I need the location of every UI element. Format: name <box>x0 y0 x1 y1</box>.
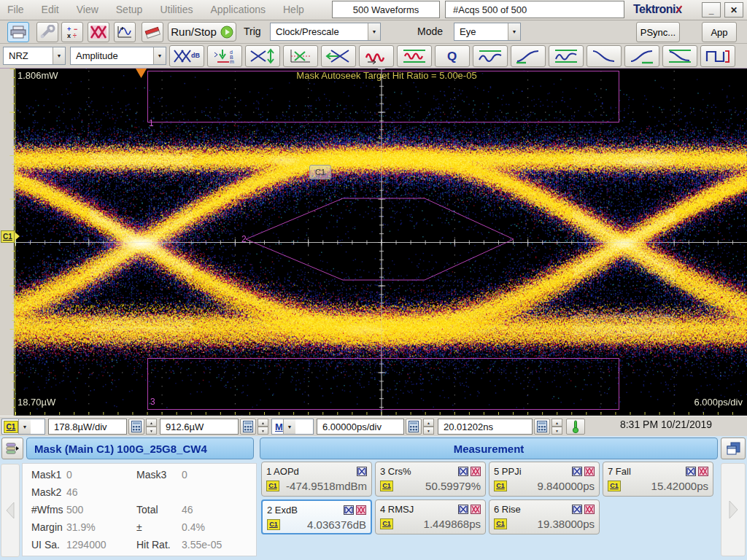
measure-category-dropdown[interactable]: Amplitude ▼ <box>70 47 166 65</box>
level-high-icon <box>477 48 503 64</box>
measurement-cell-fall[interactable]: 7 Fall C1 15.42000ps <box>603 462 713 497</box>
psync-button[interactable]: PSync... <box>636 22 680 42</box>
print-button[interactable] <box>7 22 29 42</box>
wrench-icon <box>39 25 55 39</box>
jitter-pp-button[interactable] <box>359 45 394 67</box>
source-badge: C1 <box>380 518 393 529</box>
source-badge: C1 <box>608 481 621 491</box>
readout-dock-button[interactable] <box>1 438 23 459</box>
jitter-rms-button[interactable] <box>397 45 432 67</box>
eye-diagram-canvas[interactable] <box>0 69 747 416</box>
mask-stat-icon <box>584 467 595 476</box>
spin-down-icon[interactable]: ▼ <box>258 427 268 435</box>
trigger-source-dropdown[interactable]: Clock/Prescale ▼ <box>270 23 381 41</box>
run-stop-button[interactable]: Run/Stop <box>168 22 236 42</box>
q-factor-button[interactable]: Q <box>435 45 470 67</box>
fall-time-icon <box>591 48 617 64</box>
waveform-count-readout: 500 Waveforms <box>332 1 440 18</box>
extinction-ratio-db-button[interactable]: dB <box>169 45 204 67</box>
measurement-cell-exdb[interactable]: 2 ExdB C1 4.036376dB <box>261 499 372 534</box>
pulse-width-button[interactable] <box>700 45 735 67</box>
menu-setup[interactable]: Setup <box>116 0 143 19</box>
spin-up-icon[interactable]: ▲ <box>258 419 268 427</box>
rise-time-button[interactable] <box>511 45 546 67</box>
calculator-icon <box>243 421 253 432</box>
measurement-cell-crs[interactable]: 3 Crs% C1 50.59979% <box>375 462 486 497</box>
temperature-button[interactable] <box>566 419 585 435</box>
spin-down-icon[interactable]: ▼ <box>146 427 157 435</box>
horizontal-position-field[interactable]: 20.01202ns <box>438 419 533 435</box>
spin-down-icon[interactable]: ▼ <box>551 427 562 435</box>
close-button[interactable]: ✕ <box>724 2 743 18</box>
marker-arrow-icon <box>15 232 20 241</box>
measurement-cell-rmsj[interactable]: 4 RMSJ C1 1.449868ps <box>375 499 486 534</box>
menu-edit[interactable]: Edit <box>42 0 59 19</box>
menu-file[interactable]: File <box>7 0 24 19</box>
spin-down-icon[interactable]: ▼ <box>423 427 434 435</box>
horizontal-scale-field[interactable]: 6.00000ps/div <box>317 419 404 435</box>
setup-button[interactable] <box>36 22 58 42</box>
svg-text:Q: Q <box>447 50 457 63</box>
erase-button[interactable] <box>142 22 163 42</box>
horizontal-scale-keypad-button[interactable] <box>406 419 422 435</box>
signal-type-dropdown[interactable]: NRZ ▼ <box>3 47 66 65</box>
spin-up-icon[interactable]: ▲ <box>423 419 434 427</box>
minimize-button[interactable]: _ <box>702 2 721 18</box>
mask2-label: 2 <box>241 234 247 244</box>
average-power-dbm-button[interactable]: dBm <box>207 45 242 67</box>
fall-levels-button[interactable] <box>662 45 697 67</box>
horizontal-position-spinner[interactable]: ▲▼ <box>551 419 562 435</box>
timebase-badge: M <box>275 421 283 432</box>
vertical-offset-spinner[interactable]: ▲▼ <box>258 419 268 435</box>
channel-cursor-badge[interactable]: C1 <box>309 165 331 179</box>
measurement-cell-ppji[interactable]: 5 PPJi C1 9.840000ps <box>489 462 600 497</box>
svg-text:dB: dB <box>191 52 200 59</box>
float-panel-button[interactable] <box>721 438 746 459</box>
menu-applications[interactable]: Applications <box>211 0 266 19</box>
datetime-readout: 8:31 PM 10/21/2019 <box>588 419 744 430</box>
channel-select-dropdown[interactable]: C1 ▼ <box>1 419 45 435</box>
source-badge: C1 <box>380 481 393 491</box>
horizontal-position-keypad-button[interactable] <box>534 419 550 435</box>
menu-utilities[interactable]: Utilities <box>160 0 193 19</box>
chevron-right-icon <box>727 499 740 521</box>
thermometer-icon <box>571 420 580 433</box>
app-button[interactable]: App <box>702 22 737 42</box>
fall-time-button[interactable] <box>587 45 622 67</box>
source-badge: C1 <box>494 481 507 491</box>
vertical-scale-field[interactable]: 178.8µW/div <box>48 419 127 435</box>
vertical-scale-spinner[interactable]: ▲▼ <box>146 419 157 435</box>
menu-help[interactable]: Help <box>283 0 304 19</box>
horizontal-scale-spinner[interactable]: ▲▼ <box>423 419 434 435</box>
measurement-cell-aopd[interactable]: 1 AOPd C1 -474.9518mdBm <box>261 462 372 497</box>
mode-dropdown[interactable]: Eye ▼ <box>454 23 521 41</box>
titlebar: File Edit View Setup Utilities Applicati… <box>0 0 747 20</box>
rise-time-icon <box>515 48 541 64</box>
channel-ground-marker[interactable]: C1 <box>1 230 20 243</box>
eye-width-button[interactable] <box>321 45 356 67</box>
timebase-source-dropdown[interactable]: M ▼ <box>271 419 314 435</box>
eye-height-button[interactable] <box>245 45 280 67</box>
rise-time-2-button[interactable] <box>624 45 659 67</box>
bottom-amplitude-label: 18.70µW <box>18 397 55 408</box>
measurement-panel-header[interactable]: Measurement <box>260 438 718 459</box>
eye-stat-icon <box>458 467 468 476</box>
level-mid-button[interactable] <box>549 45 584 67</box>
level-high-button[interactable] <box>473 45 508 67</box>
top-amplitude-label: 1.806mW <box>18 70 58 81</box>
measurement-cell-rise[interactable]: 6 Rise C1 19.38000ps <box>489 499 600 534</box>
crossing-button[interactable] <box>283 45 318 67</box>
math-button[interactable]: +−x÷ <box>61 22 83 42</box>
spin-up-icon[interactable]: ▲ <box>551 419 562 427</box>
mask-test-button[interactable] <box>88 22 109 42</box>
vertical-offset-keypad-button[interactable] <box>240 419 256 435</box>
scroll-left-button[interactable] <box>1 464 20 557</box>
mask-panel-header[interactable]: Mask (Main C1) 100G_25G8_CW4 <box>26 438 254 459</box>
spin-up-icon[interactable]: ▲ <box>146 419 157 427</box>
vertical-scale-keypad-button[interactable] <box>128 419 144 435</box>
mode-label: Mode <box>417 26 443 37</box>
scroll-right-button[interactable] <box>721 463 746 556</box>
menu-view[interactable]: View <box>77 0 98 19</box>
vertical-offset-field[interactable]: 912.6µW <box>160 419 239 435</box>
waveform-measure-button[interactable] <box>114 22 136 42</box>
